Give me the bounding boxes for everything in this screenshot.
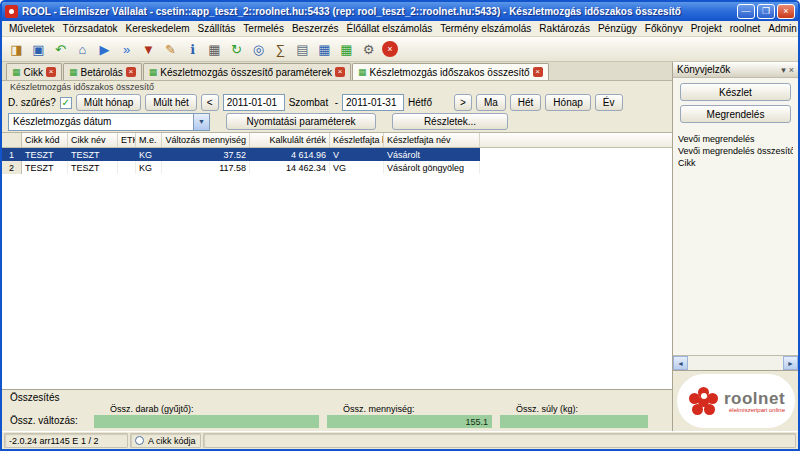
date-type-select[interactable]: Készletmozgás dátum ▼ [8,113,210,131]
chevron-down-icon[interactable]: ▼ [193,114,209,130]
next-period-button[interactable]: > [454,94,472,111]
calculator-icon[interactable]: ▦ [204,39,225,59]
menu-item-m-veletek[interactable]: Műveletek [5,22,59,35]
tab-close-icon[interactable]: × [335,67,345,77]
list-icon[interactable]: ▤ [292,39,313,59]
bookmark-keszlet-button[interactable]: Készlet [680,83,791,101]
zoom-icon[interactable]: ◎ [248,39,269,59]
fast-forward-icon[interactable]: » [116,39,137,59]
menu-item-admin[interactable]: Admin [764,22,800,35]
minimize-button[interactable]: — [737,4,755,19]
run-icon[interactable]: ▶ [94,39,115,59]
column-header-kalkul-lt-rt-k[interactable]: Kalkulált érték [250,133,330,147]
summary-pieces-label: Össz. darab (gyűjtő): [94,404,319,414]
tab-label: Készletmozgás összesítő paraméterek [160,67,332,78]
exit-icon[interactable]: ◨ [6,39,27,59]
tab-k-szletmozg-s-id-szakos-sszes-t[interactable]: ▦Készletmozgás időszakos összesítő× [352,63,549,80]
tab-label: Cikk [24,67,43,78]
tab-close-icon[interactable]: × [46,67,56,77]
roolnet-flower-icon [698,396,709,407]
row-number-header [2,133,22,147]
scroll-right-icon[interactable]: ► [783,356,798,370]
tab-k-szletmozg-s-sszes-t-param-terek[interactable]: ▦Készletmozgás összesítő paraméterek× [143,63,351,80]
logo-wordmark: roolnet [724,390,785,407]
save-icon[interactable]: ▣ [28,39,49,59]
panel-close-icon[interactable]: × [789,65,794,75]
menu-item-termel-s[interactable]: Termelés [239,22,288,35]
status-filler [203,433,796,448]
app-window: ROOL - Élelmiszer Vállalat - csetin::app… [0,0,800,451]
tab-close-icon[interactable]: × [126,67,136,77]
date-filter-row: D. szűrés? ✓ Múlt hónap Múlt hét < Szomb… [8,94,666,111]
menu-item-kereskedelem[interactable]: Kereskedelem [122,22,194,35]
last-month-button[interactable]: Múlt hónap [76,94,141,111]
pin-icon[interactable]: ▾ [781,65,786,75]
info-icon[interactable]: ℹ [182,39,203,59]
year-button[interactable]: Év [595,94,623,111]
tab-bar: ▦Cikk×▦Betárolás×▦Készletmozgás összesít… [2,62,672,81]
table-row[interactable]: 1TESZTTESZTKG37.524 614.96VVásárolt [2,148,672,161]
column-header-cikk-n-v[interactable]: Cikk név [68,133,118,147]
date-filter-checkbox[interactable]: ✓ [60,97,72,109]
summary-panel: Összesítés Össz. változás: Össz. darab (… [2,389,672,431]
details-button[interactable]: Részletek... [392,113,508,130]
prev-period-button[interactable]: < [201,94,219,111]
today-button[interactable]: Ma [476,94,506,111]
date-from-day-label: Szombat [289,97,331,108]
column-header-v-ltoz-s-mennyis-g[interactable]: Változás mennyiség [162,133,250,147]
menu-item-p-nz-gy[interactable]: Pénzügy [594,22,641,35]
bookmark-megrendeles-button[interactable]: Megrendelés [680,105,791,123]
date-to-input[interactable] [342,94,404,111]
table-cell: 14 462.34 [250,161,330,174]
menu-item-f-k-nyv[interactable]: Főkönyv [641,22,687,35]
refresh-icon[interactable]: ↻ [226,39,247,59]
menu-item-t-rzsadatok[interactable]: Törzsadatok [59,22,122,35]
stop-icon[interactable]: × [382,41,398,57]
scroll-left-icon[interactable]: ◄ [673,356,688,370]
column-header-k-szletfajta-k-d[interactable]: Készletfajta kód [330,133,384,147]
menu-item-sz-ll-t-s[interactable]: Szállítás [194,22,240,35]
menu-bar: MűveletekTörzsadatokKereskedelemSzállítá… [2,21,798,37]
bookmark-item-cikk[interactable]: Cikk [678,158,793,168]
filter-panel: Készletmozgás időszakos összesítő D. szű… [2,81,672,132]
undo-icon[interactable]: ↶ [50,39,71,59]
bookmarks-hscrollbar[interactable]: ◄ ► [673,355,798,370]
month-button[interactable]: Hónap [545,94,590,111]
table-icon[interactable]: ▦ [314,39,335,59]
menu-item-projekt[interactable]: Projekt [687,22,726,35]
week-button[interactable]: Hét [510,94,542,111]
close-button[interactable]: × [777,4,795,19]
date-from-input[interactable] [223,94,285,111]
print-params-button[interactable]: Nyomtatási paraméterek [226,113,376,130]
logo-area: roolnet élelmiszeripari online [673,371,798,431]
last-week-button[interactable]: Múlt hét [145,94,197,111]
bookmarks-header: Könyvjelzők ▾ × [673,62,798,78]
table-row[interactable]: 2TESZTTESZTKG117.5814 462.34VGVásárolt g… [2,161,672,174]
tab-cikk[interactable]: ▦Cikk× [6,63,62,80]
bookmark-item-vev-i-megrendel-s-sszes-t-param-terek[interactable]: Vevői megrendelés összesítő paraméterek [678,146,793,156]
status-version: -2.0.24 arr1145 E 1 / 2 [4,433,128,448]
tab-page-icon: ▦ [69,67,78,77]
home-icon[interactable]: ⌂ [72,39,93,59]
menu-item-beszerz-s[interactable]: Beszerzés [288,22,343,35]
bookmark-item-vev-i-megrendel-s[interactable]: Vevői megrendelés [678,134,793,144]
tab-close-icon[interactable]: × [533,67,543,77]
cikk-code-radio[interactable] [135,436,144,445]
menu-item-term-ny-elsz-mol-s[interactable]: Termény elszámolás [436,22,535,35]
menu-item-roolnet[interactable]: roolnet [726,22,765,35]
column-header-etk[interactable]: ETK [118,133,136,147]
maximize-button[interactable]: ❐ [757,4,775,19]
menu-item-l-llat-elsz-mol-s[interactable]: Élőállat elszámolás [343,22,437,35]
scrollbar-track[interactable] [688,356,783,370]
edit-icon[interactable]: ✎ [160,39,181,59]
menu-item-rakt-roz-s[interactable]: Raktározás [535,22,594,35]
settings-icon[interactable]: ⚙ [358,39,379,59]
table-cell [118,148,136,161]
column-header-cikk-k-d[interactable]: Cikk kód [22,133,68,147]
sum-icon[interactable]: ∑ [270,39,291,59]
column-header-k-szletfajta-n-v[interactable]: Készletfajta név [384,133,480,147]
tab-bet-rol-s[interactable]: ▦Betárolás× [63,63,142,80]
calendar-icon[interactable]: ▦ [336,39,357,59]
filter-icon[interactable]: ▼ [138,39,159,59]
column-header-m-e[interactable]: M.e. [136,133,162,147]
